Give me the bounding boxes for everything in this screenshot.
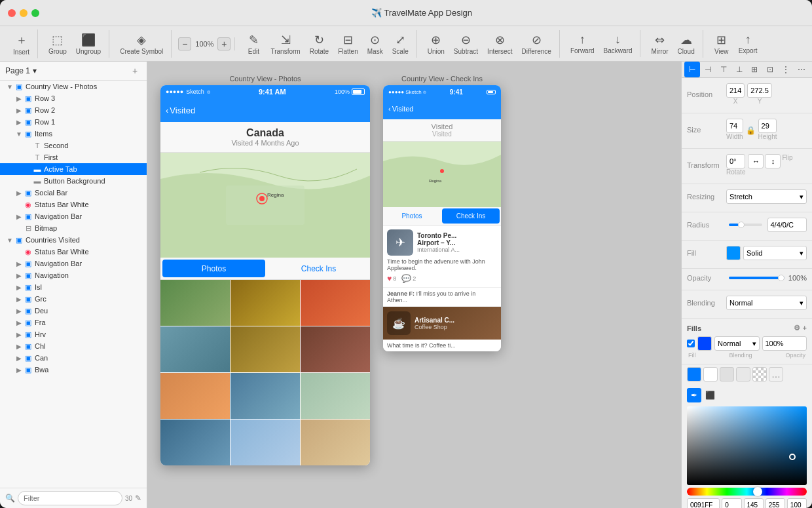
r-field[interactable]: 0 <box>722 498 741 508</box>
pencil-tool[interactable]: ⬛ <box>703 388 717 402</box>
tab-photos-2[interactable]: Photos <box>383 207 441 225</box>
position-x-field[interactable]: 214 <box>726 83 745 98</box>
layer-item-row2[interactable]: ▣ Row 2 <box>0 104 147 116</box>
forward-button[interactable]: ↑ Forward <box>566 30 599 57</box>
fills-add-icon[interactable]: + <box>803 324 807 332</box>
layer-item-second[interactable]: T Second <box>0 140 147 151</box>
fill-blend-select[interactable]: Normal ▾ <box>714 336 760 351</box>
inspector-distribute-h[interactable]: ⋮ <box>778 62 794 77</box>
inspector-align-right[interactable]: ⊤ <box>716 62 731 77</box>
b-field[interactable]: 255 <box>766 498 785 508</box>
add-page-button[interactable]: + <box>128 64 141 77</box>
layer-item-items[interactable]: ▣ Items <box>0 128 147 140</box>
layer-item-navigation-bar[interactable]: ▣ Navigation Bar <box>0 210 147 222</box>
view-button[interactable]: ⊞ View <box>710 30 733 58</box>
close-button[interactable] <box>8 9 16 17</box>
fill-type-select[interactable]: Solid ▾ <box>743 246 807 260</box>
opacity-slider[interactable] <box>729 277 784 279</box>
layer-item-row3[interactable]: ▣ Row 3 <box>0 92 147 104</box>
position-y-field[interactable]: 272.5 <box>747 83 772 98</box>
inspector-distribute-v[interactable]: ⋯ <box>794 62 809 77</box>
hex-field[interactable]: 0091FF <box>687 498 720 508</box>
swatch-transparent[interactable] <box>752 367 767 381</box>
layer-item-navigation-bar2[interactable]: ▣ Navigation Bar <box>0 258 147 269</box>
layer-item-bwa[interactable]: ▣ Bwa <box>0 364 147 376</box>
export-button[interactable]: ↑ Export <box>735 30 762 57</box>
page-selector[interactable]: Page 1 ▾ <box>5 66 37 75</box>
fill-item-swatch[interactable] <box>697 336 712 351</box>
layer-item-grc[interactable]: ▣ Grc <box>0 293 147 305</box>
g-field[interactable]: 145 <box>744 498 764 508</box>
zoom-out-button[interactable]: − <box>178 37 191 50</box>
insert-button[interactable]: ＋ Insert <box>9 29 33 58</box>
fill-opacity-field[interactable]: 100% <box>762 336 807 351</box>
swatch-more[interactable]: … <box>769 367 783 381</box>
layer-item-first[interactable]: T First <box>0 151 147 163</box>
union-button[interactable]: ⊕ Union <box>424 30 449 58</box>
edit-button[interactable]: ✎ Edit <box>242 30 265 58</box>
cloud-button[interactable]: ☁ Cloud <box>674 30 699 58</box>
tab-photos[interactable]: Photos <box>162 260 265 277</box>
radius-field[interactable]: 4/4/0/C <box>767 218 807 232</box>
layer-filter-input[interactable] <box>18 491 122 505</box>
resizing-select[interactable]: Stretch ▾ <box>726 189 807 204</box>
size-lock-icon[interactable]: 🔒 <box>746 119 756 140</box>
fills-settings-icon[interactable]: ⚙ <box>794 324 800 332</box>
layer-item-bitmap[interactable]: ⊟ Bitmap <box>0 222 147 234</box>
layer-item-status-bar-white2[interactable]: ◉ Status Bar White <box>0 246 147 258</box>
inspector-align-center-v[interactable]: ⊞ <box>747 62 763 77</box>
inspector-align-left[interactable]: ⊢ <box>684 62 700 77</box>
size-height-field[interactable]: 29 <box>758 119 777 133</box>
mask-button[interactable]: ⊙ Mask <box>363 30 387 58</box>
group-button[interactable]: ⬚ Group <box>45 30 71 58</box>
comment-action[interactable]: 💬 2 <box>401 274 416 283</box>
swatch-white[interactable] <box>703 367 718 381</box>
hue-slider[interactable] <box>687 488 807 496</box>
size-width-field[interactable]: 74 <box>726 119 743 133</box>
layer-item-social-bar[interactable]: ▣ Social Bar <box>0 187 147 199</box>
swatch-lighter-gray[interactable] <box>736 367 750 381</box>
minimize-button[interactable] <box>20 9 28 17</box>
layer-item-countries-visited[interactable]: ▣ Countries Visited <box>0 234 147 246</box>
swatch-light-gray[interactable] <box>720 367 734 381</box>
inspector-align-bottom[interactable]: ⊡ <box>762 62 778 77</box>
layer-item-chl[interactable]: ▣ Chl <box>0 340 147 352</box>
back-button-photos[interactable]: ‹ Visited <box>166 106 195 115</box>
tab-check-ins[interactable]: Check Ins <box>267 258 370 279</box>
ungroup-button[interactable]: ⬛ Ungroup <box>72 30 105 58</box>
tab-check-ins-2[interactable]: Check Ins <box>442 208 500 224</box>
layer-item-status-bar-white[interactable]: ◉ Status Bar White <box>0 199 147 210</box>
subtract-button[interactable]: ⊖ Subtract <box>450 30 482 58</box>
layer-item-hrv[interactable]: ▣ Hrv <box>0 328 147 340</box>
rotate-field[interactable]: 0° <box>726 154 745 168</box>
edit-layers-icon[interactable]: ✎ <box>135 494 141 503</box>
layer-item-country-view-photos[interactable]: ▣ Country View - Photos <box>0 81 147 92</box>
scale-button[interactable]: ⤢ Scale <box>388 30 413 58</box>
layer-item-can[interactable]: ▣ Can <box>0 352 147 364</box>
back-button-checkins[interactable]: ‹ Visited <box>388 105 414 113</box>
inspector-align-center-h[interactable]: ⊣ <box>700 62 716 77</box>
zoom-in-button[interactable]: + <box>217 37 231 50</box>
layer-item-fra[interactable]: ▣ Fra <box>0 317 147 328</box>
canvas-area[interactable]: Country View - Photos ●●●●● Sketch ⌾ 9:4… <box>147 62 681 508</box>
layer-item-isl[interactable]: ▣ Isl <box>0 281 147 293</box>
rotate-button[interactable]: ↻ Rotate <box>306 30 333 58</box>
mirror-button[interactable]: ⇔ Mirror <box>647 30 672 58</box>
blending-select[interactable]: Normal ▾ <box>726 296 807 310</box>
flatten-button[interactable]: ⊟ Flatten <box>334 30 362 58</box>
inspector-align-top[interactable]: ⊥ <box>731 62 747 77</box>
fill-color-swatch[interactable] <box>726 246 741 260</box>
layer-item-button-bg[interactable]: ▬ Button Background <box>0 175 147 187</box>
fill-enabled-checkbox[interactable] <box>687 340 695 347</box>
create-symbol-button[interactable]: ◈ Create Symbol <box>116 30 167 58</box>
flip-h-button[interactable]: ↔ <box>748 154 764 168</box>
eyedropper-tool[interactable]: ✒ <box>687 388 701 402</box>
layer-item-row1[interactable]: ▣ Row 1 <box>0 116 147 128</box>
maximize-button[interactable] <box>31 9 39 17</box>
layer-item-active-tab[interactable]: ▬ Active Tab <box>0 163 147 175</box>
layer-item-navigation2[interactable]: ▣ Navigation <box>0 269 147 281</box>
radius-slider[interactable] <box>729 224 762 226</box>
intersect-button[interactable]: ⊗ Intersect <box>483 30 516 58</box>
backward-button[interactable]: ↓ Backward <box>600 30 637 57</box>
like-action[interactable]: ♥ 8 <box>387 274 396 283</box>
